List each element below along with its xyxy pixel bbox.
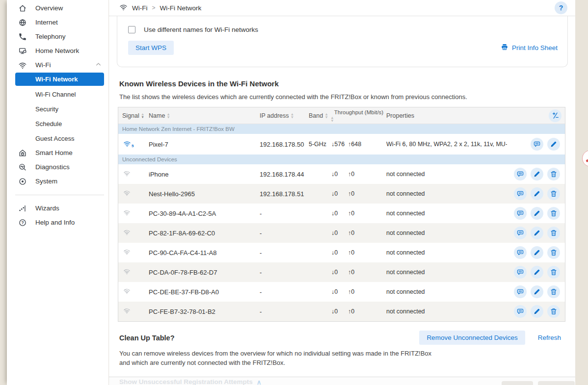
feedback-smiley-icon[interactable] [582, 150, 588, 167]
column-header-signal[interactable]: Signal ▵▾ [118, 112, 149, 119]
sidebar-item-smart-home[interactable]: Smart Home [7, 146, 108, 160]
delete-button[interactable] [547, 227, 560, 239]
sidebar-item-wizards[interactable]: Wizards [7, 201, 108, 215]
comment-button[interactable] [514, 207, 527, 220]
edit-button[interactable] [531, 207, 543, 220]
column-header-throughput[interactable]: Throughput (Mbit/s) ▵▿ [331, 109, 386, 122]
refresh-button[interactable]: Refresh [538, 334, 561, 341]
devices-table-header: Signal ▵▾ Name ▵▿ IP address ▵▿ Band ▵▿ … [118, 107, 565, 124]
delete-button[interactable] [547, 168, 560, 180]
phone-icon [18, 32, 27, 42]
comment-button[interactable] [514, 227, 527, 239]
help-button[interactable]: ? [555, 1, 567, 14]
device-band: 5-GHz [309, 141, 331, 148]
sidebar-subitem-label: Security [35, 105, 58, 113]
edit-button[interactable] [531, 285, 543, 298]
delete-button[interactable] [547, 285, 560, 298]
comment-button[interactable] [514, 285, 527, 298]
sidebar-subitem-wi-fi-network[interactable]: Wi-Fi Network [15, 73, 104, 86]
device-throughput: ↓0↑0 [331, 269, 386, 276]
print-info-sheet-link[interactable]: Print Info Sheet [501, 43, 558, 52]
footer-action-button[interactable] [502, 381, 533, 385]
comment-button[interactable] [514, 305, 527, 318]
sidebar-item-internet[interactable]: Internet [7, 15, 108, 29]
different-names-checkbox[interactable] [128, 26, 135, 33]
edit-button[interactable] [531, 305, 543, 318]
comment-button[interactable] [514, 246, 527, 259]
comment-button[interactable] [531, 138, 543, 151]
breadcrumb-separator: > [152, 4, 155, 11]
sidebar-item-label: Wizards [35, 205, 59, 212]
different-names-label: Use different names for Wi-Fi networks [144, 26, 258, 33]
cleanup-title: Clean Up Table? [119, 334, 175, 342]
breadcrumb-section[interactable]: Wi-Fi [132, 4, 147, 12]
delete-button[interactable] [547, 305, 560, 318]
edit-button[interactable] [531, 246, 543, 259]
sidebar-item-label: Telephony [35, 33, 66, 40]
signal-strength-icon [123, 248, 131, 257]
comment-button[interactable] [514, 168, 527, 180]
show-registration-attempts-toggle[interactable]: Show Unsuccessful Registration Attempts … [119, 378, 262, 385]
sidebar-subitem-label: Wi-Fi Network [35, 76, 78, 83]
sidebar-item-system[interactable]: System [7, 174, 108, 188]
sidebar-subitem-wi-fi-channel[interactable]: Wi-Fi Channel [7, 87, 108, 102]
edit-button[interactable] [531, 187, 543, 200]
edit-button[interactable] [547, 138, 560, 151]
home-icon [18, 3, 27, 13]
sidebar-item-label: System [35, 178, 57, 185]
device-ip: - [260, 230, 309, 237]
sidebar-subitem-schedule[interactable]: Schedule [7, 116, 108, 131]
help-icon: ? [18, 218, 27, 228]
wifi-icon [119, 3, 128, 13]
sidebar-item-overview[interactable]: Overview [7, 1, 108, 15]
device-properties: not connected [386, 190, 507, 197]
comment-button[interactable] [514, 187, 527, 200]
column-header-ip[interactable]: IP address ▵▿ [260, 112, 309, 119]
sidebar-item-label: Smart Home [35, 149, 73, 156]
sidebar-item-wi-fi[interactable]: Wi-Fi [7, 58, 108, 72]
comment-button[interactable] [514, 266, 527, 279]
delete-button[interactable] [547, 207, 560, 220]
signal-strength-icon [123, 307, 131, 316]
edit-button[interactable] [531, 227, 543, 239]
device-ip: 192.168.178.51 [260, 190, 309, 198]
table-row: PC-90-CA-FA-C4-11-A8 - ↓0↑0 not connecte… [118, 243, 565, 262]
sidebar-item-help-and-info[interactable]: ? Help and Info [7, 215, 108, 230]
sidebar-item-diagnostics[interactable]: Diagnostics [7, 160, 108, 174]
delete-button[interactable] [547, 246, 560, 259]
device-properties: not connected [386, 249, 507, 256]
edit-button[interactable] [531, 168, 543, 180]
sort-icon[interactable]: ▵▿ [292, 113, 294, 119]
column-header-properties: Properties [386, 112, 507, 119]
system-icon [18, 177, 27, 186]
signal-strength-icon [123, 209, 131, 218]
sidebar-subitem-security[interactable]: Security [7, 102, 108, 116]
delete-button[interactable] [547, 187, 560, 200]
wifi-icon [18, 60, 27, 70]
sidebar-subitem-label: Guest Access [35, 135, 74, 142]
sort-icon[interactable]: ▵▿ [331, 116, 333, 122]
device-properties: not connected [386, 171, 507, 178]
column-header-band[interactable]: Band ▵▿ [309, 112, 331, 119]
sort-icon[interactable]: ▵▿ [325, 113, 327, 119]
edit-button[interactable] [531, 266, 543, 279]
device-name: iPhone [149, 171, 260, 178]
column-header-name[interactable]: Name ▵▿ [149, 112, 260, 119]
smart-home-icon [18, 148, 27, 158]
sidebar-item-label: Wi-Fi [35, 61, 51, 69]
top-bar: Wi-Fi > Wi-Fi Network ? [109, 0, 575, 16]
sidebar-item-home-network[interactable]: Home Network [7, 44, 108, 58]
device-properties: not connected [386, 230, 507, 236]
sort-icon[interactable]: ▵▿ [167, 113, 169, 119]
sidebar-item-telephony[interactable]: Telephony [7, 29, 108, 44]
globe-icon [18, 18, 27, 27]
footer-action-button[interactable] [538, 381, 575, 385]
sort-icon[interactable]: ▵▾ [142, 113, 144, 119]
delete-button[interactable] [547, 266, 560, 279]
remove-unconnected-devices-button[interactable]: Remove Unconnected Devices [419, 331, 525, 345]
start-wps-button[interactable]: Start WPS [128, 41, 174, 55]
add-remove-columns-button[interactable] [549, 109, 561, 122]
sidebar-subitem-guest-access[interactable]: Guest Access [7, 131, 108, 146]
devices-section-description: The list shows the wireless devices whic… [119, 93, 575, 101]
device-throughput: ↓0↑0 [331, 171, 386, 178]
